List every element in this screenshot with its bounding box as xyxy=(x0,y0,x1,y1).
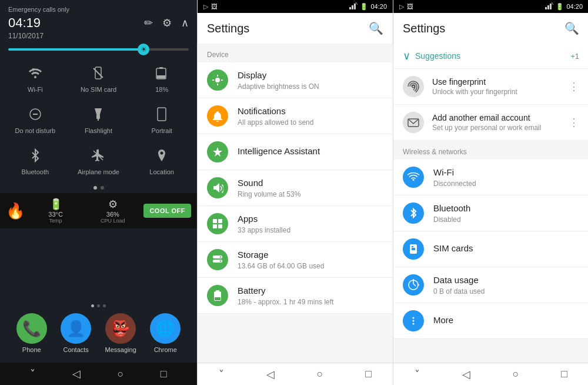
photo-icon: 🖼 xyxy=(211,3,218,10)
temp-value: 33°C xyxy=(48,211,63,218)
brightness-row[interactable] xyxy=(0,44,197,57)
suggestion-fingerprint[interactable]: Use fingerprint Unlock with your fingerp… xyxy=(393,69,588,105)
settings-item-storage[interactable]: Storage 13.64 GB of 64.00 GB used xyxy=(198,242,393,278)
app-contacts[interactable]: 👤 Contacts xyxy=(61,313,91,353)
app-messaging[interactable]: 👺 Messaging xyxy=(105,313,136,353)
settings-item-notifications[interactable]: Notifications All apps allowed to send xyxy=(198,98,393,134)
email-more-icon[interactable]: ⋮ xyxy=(569,116,579,129)
battery-icon-2: 🔋 xyxy=(360,3,368,11)
nav-home-3[interactable]: ○ xyxy=(503,366,529,383)
phone-label: Phone xyxy=(22,346,41,353)
app-chrome[interactable]: 🌐 Chrome xyxy=(150,313,181,353)
storage-icon xyxy=(207,249,228,270)
svg-point-19 xyxy=(215,78,220,82)
settings-item-apps[interactable]: Apps 33 apps installed xyxy=(198,206,393,242)
search-icon-3[interactable]: 🔍 xyxy=(564,21,579,35)
status-bar-3: ▷ 🖼 🔋 04:20 xyxy=(393,0,588,13)
settings-item-simcards[interactable]: SIM cards xyxy=(393,231,588,267)
settings-item-battery[interactable]: Battery 18% - approx. 1 hr 49 mins left xyxy=(198,278,393,314)
storage-text: Storage 13.64 GB of 64.00 GB used xyxy=(238,249,383,270)
nav-recents-1[interactable]: □ xyxy=(151,366,176,383)
flashlight-tile-icon xyxy=(92,107,104,124)
svg-rect-35 xyxy=(216,290,219,292)
photo-icon-3: 🖼 xyxy=(407,3,413,10)
fingerprint-more-icon[interactable]: ⋮ xyxy=(569,80,579,93)
suggestions-header[interactable]: ∨ Suggestions +1 xyxy=(393,44,588,69)
cpu-value: 36% xyxy=(106,211,119,218)
nav-down-3[interactable]: ˅ xyxy=(405,366,429,383)
wireless-section-label: Wireless & networks xyxy=(393,141,588,160)
nav-recents-3[interactable]: □ xyxy=(552,366,577,383)
tile-nosim[interactable]: No SIM card xyxy=(68,59,129,98)
wifi-subtitle: Disconnected xyxy=(433,180,579,188)
brightness-slider[interactable] xyxy=(8,48,189,51)
apps-text: Apps 33 apps installed xyxy=(238,213,383,234)
svg-point-48 xyxy=(413,320,415,322)
cool-off-button[interactable]: COOL OFF xyxy=(143,204,191,218)
wifi-text: Wi-Fi Disconnected xyxy=(433,167,579,188)
settings-item-datausage[interactable]: Data usage 0 B of data used xyxy=(393,267,588,303)
svg-rect-44 xyxy=(412,248,415,250)
suggestion-email[interactable]: Add another email account Set up your pe… xyxy=(393,105,588,141)
edit-icon[interactable]: ✏ xyxy=(144,16,153,29)
wifi-tile-icon: ? xyxy=(28,66,42,82)
status-left-3: ▷ 🖼 xyxy=(399,3,413,11)
dock-page-indicators xyxy=(0,301,197,308)
status-left-2: ▷ 🖼 xyxy=(203,3,218,11)
wifi-icon xyxy=(403,167,424,188)
settings-item-intelligence[interactable]: Intelligence Assistant xyxy=(198,134,393,170)
portrait-tile-icon xyxy=(156,107,167,124)
nav-home-1[interactable]: ○ xyxy=(108,366,133,383)
fire-icon: 🔥 xyxy=(6,203,25,218)
settings-panel-main: ▷ 🖼 🔋 04:20 Settings 🔍 Device xyxy=(197,0,393,385)
media-icon: ▷ xyxy=(203,3,208,11)
tile-flashlight[interactable]: Flashlight xyxy=(68,100,129,139)
settings-item-sound[interactable]: Sound Ring volume at 53% xyxy=(198,170,393,206)
signal-icon-3 xyxy=(545,2,553,11)
brightness-fill xyxy=(8,48,143,51)
nav-back-2[interactable]: ◁ xyxy=(257,366,284,383)
dock-dot-1 xyxy=(91,304,94,307)
svg-rect-6 xyxy=(159,67,163,69)
svg-rect-17 xyxy=(354,4,356,9)
svg-rect-26 xyxy=(213,219,217,223)
simcards-title: SIM cards xyxy=(433,243,579,254)
nav-home-2[interactable]: ○ xyxy=(308,366,333,383)
settings-item-wifi[interactable]: Wi-Fi Disconnected xyxy=(393,160,588,195)
nav-down-2[interactable]: ˅ xyxy=(209,366,233,383)
nav-back-3[interactable]: ◁ xyxy=(453,366,480,383)
brightness-thumb[interactable] xyxy=(138,44,149,55)
tile-wifi[interactable]: ? Wi-Fi xyxy=(5,59,66,98)
tile-bluetooth[interactable]: Bluetooth xyxy=(5,141,66,180)
collapse-icon[interactable]: ∧ xyxy=(181,16,189,29)
svg-marker-10 xyxy=(95,108,102,114)
svg-rect-7 xyxy=(157,75,165,78)
section-device-label: Device xyxy=(198,44,393,62)
settings-item-bluetooth[interactable]: Bluetooth Disabled xyxy=(393,195,588,231)
search-icon-2[interactable]: 🔍 xyxy=(369,21,383,35)
apps-title: Apps xyxy=(238,213,383,225)
chrome-icon: 🌐 xyxy=(150,313,181,344)
sound-subtitle: Ring volume at 53% xyxy=(238,190,383,198)
tile-battery[interactable]: 18% xyxy=(131,59,192,98)
nav-back-1[interactable]: ◁ xyxy=(63,365,90,383)
tile-dnd[interactable]: Do not disturb xyxy=(5,100,66,139)
battery-tile-icon xyxy=(155,66,168,82)
simcards-text: SIM cards xyxy=(433,243,579,255)
app-phone[interactable]: 📞 Phone xyxy=(16,313,47,353)
nav-down-1[interactable]: ˅ xyxy=(21,365,45,383)
notification-date: 11/10/2017 xyxy=(8,32,189,40)
tile-location[interactable]: Location xyxy=(131,141,192,180)
storage-title: Storage xyxy=(238,249,383,261)
nav-recents-2[interactable]: □ xyxy=(356,366,381,383)
svg-point-47 xyxy=(413,317,415,319)
settings-icon[interactable]: ⚙ xyxy=(162,16,172,29)
dot-1 xyxy=(93,186,97,190)
notifications-subtitle: All apps allowed to send xyxy=(238,118,383,127)
tile-portrait[interactable]: Portrait xyxy=(131,100,192,139)
tile-airplane[interactable]: Airplane mode xyxy=(68,141,129,180)
svg-marker-24 xyxy=(213,147,222,157)
settings-item-more[interactable]: More xyxy=(393,303,588,339)
battery-settings-icon xyxy=(207,285,228,306)
settings-item-display[interactable]: Display Adaptive brightness is ON xyxy=(198,62,393,98)
